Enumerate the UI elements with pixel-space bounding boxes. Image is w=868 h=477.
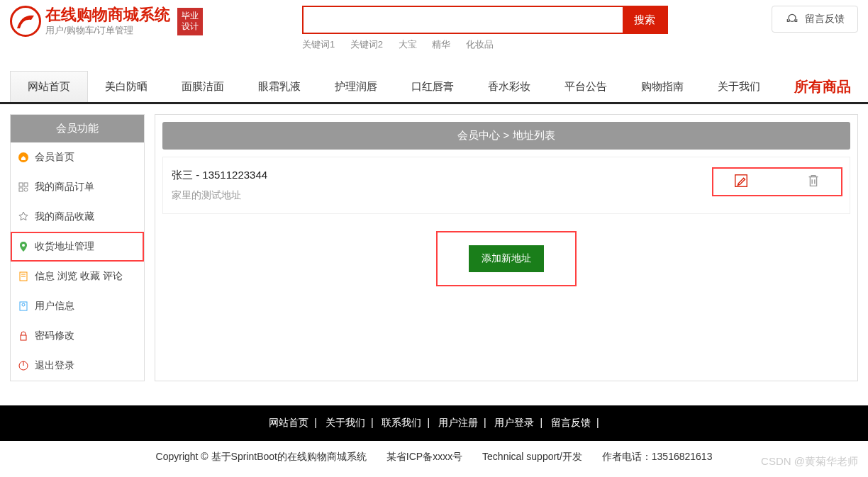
- feedback-button[interactable]: 留言反馈: [772, 6, 858, 33]
- doc-icon: [18, 271, 29, 282]
- svg-point-0: [789, 14, 796, 21]
- sidebar-item-label: 会员首页: [35, 151, 74, 164]
- copyright-text: Copyright © 基于SprintBoot的在线购物商城系统: [156, 451, 367, 462]
- sidebar-item-password[interactable]: 密码修改: [11, 321, 144, 351]
- keyword-hints: 关键词1 关键词2 大宝 精华 化妆品: [302, 38, 668, 51]
- address-card: 张三 - 13511223344 家里的测试地址: [162, 157, 850, 214]
- delete-icon[interactable]: [806, 173, 821, 191]
- site-title: 在线购物商城系统: [45, 6, 170, 24]
- svg-point-11: [22, 303, 25, 306]
- sidebar-item-label: 信息 浏览 收藏 评论: [35, 270, 123, 283]
- content-area: 会员中心 > 地址列表 张三 - 13511223344 家里的测试地址 添加新…: [155, 114, 858, 381]
- footer-links: 网站首页| 关于我们| 联系我们| 用户注册| 用户登录| 留言反馈|: [0, 405, 868, 441]
- address-detail: 家里的测试地址: [172, 189, 713, 202]
- home-icon: [18, 152, 29, 163]
- breadcrumb: 会员中心 > 地址列表: [162, 122, 850, 150]
- address-actions: [713, 169, 841, 195]
- star-icon: [18, 211, 29, 223]
- nav-item[interactable]: 面膜洁面: [165, 72, 241, 102]
- footer-link[interactable]: 联系我们: [382, 417, 421, 428]
- svg-rect-12: [21, 335, 26, 340]
- nav-item[interactable]: 护理润唇: [318, 72, 394, 102]
- keyword-link[interactable]: 化妆品: [466, 39, 494, 50]
- search-button[interactable]: 搜索: [623, 7, 667, 33]
- badge-graduation: 毕业设计: [177, 8, 203, 35]
- footer-link[interactable]: 关于我们: [326, 417, 365, 428]
- add-address-button[interactable]: 添加新地址: [469, 245, 544, 272]
- sidebar-item-home[interactable]: 会员首页: [11, 142, 144, 172]
- keyword-link[interactable]: 大宝: [399, 39, 417, 50]
- svg-point-6: [22, 244, 25, 247]
- edit-icon[interactable]: [733, 173, 749, 191]
- sidebar-item-label: 退出登录: [35, 359, 74, 372]
- svg-rect-3: [24, 183, 28, 186]
- nav-item[interactable]: 口红唇膏: [394, 72, 471, 102]
- footer-link[interactable]: 用户注册: [438, 417, 478, 428]
- sidebar-item-user[interactable]: 用户信息: [11, 291, 144, 321]
- watermark: CSDN @黄菊华老师: [761, 455, 858, 468]
- lock-icon: [18, 330, 29, 342]
- keyword-link[interactable]: 关键词1: [302, 39, 335, 50]
- search-input[interactable]: [304, 7, 623, 33]
- author-text: 作者电话：13516821613: [602, 451, 713, 462]
- nav-item[interactable]: 平台公告: [547, 72, 624, 102]
- footer-link[interactable]: 网站首页: [269, 417, 308, 428]
- search-box: 搜索: [302, 6, 668, 34]
- sidebar-item-label: 收货地址管理: [35, 240, 94, 253]
- nav-item[interactable]: 美白防晒: [88, 72, 165, 102]
- keyword-link[interactable]: 关键词2: [350, 39, 383, 50]
- location-icon: [18, 241, 29, 252]
- nav-item[interactable]: 香水彩妆: [471, 72, 547, 102]
- address-name-phone: 张三 - 13511223344: [172, 169, 713, 182]
- site-subtitle: 用户/购物车/订单管理: [45, 24, 170, 37]
- svg-rect-2: [19, 183, 23, 186]
- keyword-link[interactable]: 精华: [432, 39, 450, 50]
- sidebar-item-info[interactable]: 信息 浏览 收藏 评论: [11, 262, 144, 291]
- sidebar-item-label: 我的商品订单: [35, 181, 94, 193]
- sidebar-title: 会员功能: [11, 115, 144, 142]
- footer-copyright: Copyright © 基于SprintBoot的在线购物商城系统 某省ICP备…: [0, 441, 868, 473]
- nav-item[interactable]: 购物指南: [624, 72, 701, 102]
- sidebar-item-label: 用户信息: [35, 300, 74, 313]
- nav-home[interactable]: 网站首页: [10, 71, 88, 102]
- nav-all-products[interactable]: 所有商品: [794, 77, 858, 96]
- svg-rect-4: [19, 188, 23, 191]
- support-text: Technical support/开发: [482, 451, 582, 462]
- logo-area: 在线购物商城系统 用户/购物车/订单管理 毕业设计: [10, 6, 203, 37]
- power-icon: [18, 360, 29, 371]
- logo-icon: [10, 6, 41, 37]
- svg-point-5: [24, 188, 28, 191]
- footer-link[interactable]: 留言反馈: [551, 417, 591, 428]
- sidebar-item-orders[interactable]: 我的商品订单: [11, 172, 144, 202]
- footer-link[interactable]: 用户登录: [494, 417, 534, 428]
- sidebar-item-label: 我的商品收藏: [35, 211, 94, 223]
- nav-bar: 网站首页 美白防晒 面膜洁面 眼霜乳液 护理润唇 口红唇膏 香水彩妆 平台公告 …: [0, 71, 868, 104]
- sidebar-item-label: 密码修改: [35, 330, 74, 342]
- sidebar: 会员功能 会员首页 我的商品订单 我的商品收藏 收货地址管理 信息 浏览 收藏 …: [10, 114, 145, 381]
- sidebar-item-logout[interactable]: 退出登录: [11, 351, 144, 381]
- feedback-label: 留言反馈: [805, 13, 845, 26]
- grid-icon: [18, 181, 29, 193]
- sidebar-item-address[interactable]: 收货地址管理: [11, 232, 144, 262]
- headset-icon: [785, 12, 799, 26]
- icp-text: 某省ICP备xxxx号: [386, 451, 462, 462]
- nav-item[interactable]: 关于我们: [701, 72, 777, 102]
- sidebar-item-favorites[interactable]: 我的商品收藏: [11, 202, 144, 232]
- user-icon: [18, 301, 29, 312]
- nav-item[interactable]: 眼霜乳液: [241, 72, 318, 102]
